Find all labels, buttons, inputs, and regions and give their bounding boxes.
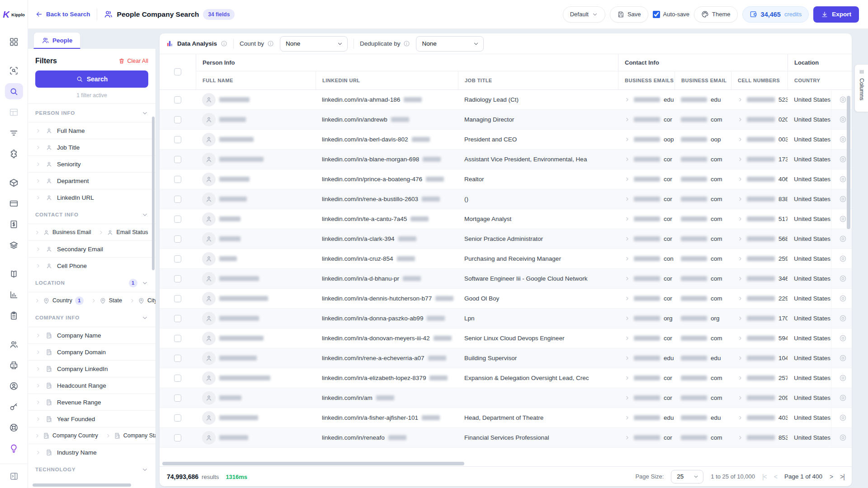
row-checkbox[interactable] [174, 335, 181, 342]
business-emails-cell[interactable]: oop [618, 130, 675, 149]
row-checkbox[interactable] [174, 235, 181, 243]
cell-numbers-cell[interactable]: 838 [731, 189, 788, 209]
cell-numbers-cell[interactable]: 020 [731, 110, 788, 129]
credit-card-icon[interactable] [5, 195, 23, 211]
last-page-button[interactable]: >| [840, 473, 844, 480]
linkedin-url-cell[interactable]: linkedin.com/in/a-elizabeth-lopez-8379 [316, 368, 458, 388]
filter-row-company-domain[interactable]: Company Domain [28, 343, 156, 360]
row-checkbox[interactable] [174, 315, 181, 322]
cell-numbers-cell[interactable]: 346 [731, 269, 788, 288]
business-emails-cell[interactable]: cor [618, 110, 675, 129]
linkedin-url-cell[interactable]: linkedin.com/in/a-fisher-ajfisher-101 [316, 408, 458, 427]
team-users-icon[interactable] [5, 336, 23, 352]
row-preview-button[interactable] [831, 348, 852, 368]
save-button[interactable]: Save [610, 6, 648, 23]
row-checkbox[interactable] [174, 176, 181, 183]
row-checkbox[interactable] [174, 156, 181, 163]
row-checkbox[interactable] [174, 394, 181, 402]
cell-numbers-cell[interactable]: 517 [731, 209, 788, 229]
linkedin-url-cell[interactable]: linkedin.com/in/a-berl-davis-802 [316, 130, 458, 149]
filter-section-header-company-info[interactable]: COMPANY INFO [28, 309, 156, 327]
business-emails-cell[interactable]: cor [618, 388, 675, 408]
api-key-icon[interactable] [5, 399, 23, 415]
business-emails-cell[interactable]: cor [618, 169, 675, 189]
row-checkbox[interactable] [174, 414, 181, 422]
cell-numbers-cell[interactable]: 853 [731, 428, 788, 447]
row-preview-button[interactable] [831, 269, 852, 288]
row-checkbox[interactable] [174, 375, 181, 382]
credits-pill[interactable]: 34,465 credits [742, 6, 809, 23]
filter-row-secondary-email[interactable]: Secondary Email [28, 240, 156, 257]
cell-numbers-cell[interactable]: 403 [731, 408, 788, 427]
cell-numbers-cell[interactable]: 170 [731, 309, 788, 328]
cell-numbers-cell[interactable]: 594 [731, 328, 788, 348]
linkedin-url-cell[interactable]: linkedin.com/in/a-clark-394 [316, 229, 458, 249]
linkedin-url-cell[interactable]: linkedin.com/in/a-donovan-meyers-iii-42 [316, 328, 458, 348]
row-checkbox[interactable] [174, 295, 181, 302]
layers-icon[interactable] [5, 237, 23, 253]
business-emails-cell[interactable]: edu [618, 408, 675, 427]
row-checkbox[interactable] [174, 355, 181, 362]
column-header-full-name[interactable]: FULL NAME [196, 71, 316, 89]
search-button[interactable]: Search [35, 70, 148, 88]
linkedin-url-cell[interactable]: linkedin.com/in/a-ahmad-186 [316, 90, 458, 109]
filter-chip-company-country[interactable]: Company Country [31, 432, 102, 439]
cell-numbers-cell[interactable]: 229 [731, 289, 788, 308]
filters-vertical-scrollbar[interactable] [152, 117, 155, 270]
linkedin-url-cell[interactable]: linkedin.com/in/a-blane-morgan-698 [316, 150, 458, 169]
row-preview-button[interactable] [831, 408, 852, 427]
package-icon[interactable] [5, 174, 23, 191]
cell-numbers-cell[interactable]: 173 [731, 150, 788, 169]
row-checkbox[interactable] [174, 216, 181, 223]
filter-section-header-location[interactable]: LOCATION1 [28, 274, 156, 292]
autosave-checkbox[interactable] [653, 11, 660, 18]
cell-numbers-cell[interactable]: 523 [731, 90, 788, 109]
filters-horizontal-scrollbar[interactable] [33, 483, 131, 487]
cell-numbers-cell[interactable]: 104 [731, 348, 788, 368]
business-emails-cell[interactable]: cor [618, 189, 675, 209]
data-analysis-button[interactable]: Data Analysis [166, 40, 227, 47]
view-selector-dropdown[interactable]: Default [563, 6, 605, 23]
filter-row-headcount-range[interactable]: Headcount Range [28, 377, 156, 394]
collapse-sidebar-icon[interactable] [0, 464, 28, 488]
column-header-job-title[interactable]: JOB TITLE [458, 71, 618, 89]
columns-panel-tab[interactable]: Columns [854, 64, 868, 112]
business-emails-cell[interactable]: cor [618, 368, 675, 388]
row-preview-button[interactable] [831, 388, 852, 408]
cell-numbers-cell[interactable]: 209 [731, 388, 788, 408]
next-page-button[interactable]: > [830, 473, 833, 480]
business-emails-cell[interactable]: cor [618, 229, 675, 249]
linkedin-url-cell[interactable]: linkedin.com/in/a-dennis-hutcherson-b77 [316, 289, 458, 308]
column-header-business-emails[interactable]: BUSINESS EMAILS [618, 71, 675, 89]
filter-row-revenue-range[interactable]: Revenue Range [28, 394, 156, 410]
table-view-icon[interactable] [5, 104, 23, 120]
business-emails-cell[interactable]: cor [618, 428, 675, 447]
account-user-icon[interactable] [5, 378, 23, 394]
docs-book-icon[interactable] [5, 266, 23, 282]
business-emails-cell[interactable]: edu [618, 90, 675, 109]
business-emails-cell[interactable]: cor [618, 328, 675, 348]
filter-row-cell-phone[interactable]: Cell Phone [28, 257, 156, 274]
filter-chip-state[interactable]: State [87, 297, 126, 304]
cell-numbers-cell[interactable]: 003 [731, 130, 788, 149]
cell-numbers-cell[interactable]: 568 [731, 229, 788, 249]
filter-row-seniority[interactable]: Seniority [28, 155, 156, 172]
count-by-select[interactable]: None [280, 36, 348, 52]
table-vertical-scrollbar[interactable] [847, 96, 850, 229]
autosave-toggle[interactable]: Auto-save [653, 11, 690, 18]
column-header-linkedin-url[interactable]: LINKEDIN URL [316, 71, 458, 89]
filter-row-company-linkedin[interactable]: Company LinkedIn [28, 360, 156, 377]
scan-search-icon[interactable] [5, 62, 23, 79]
row-checkbox[interactable] [174, 196, 181, 203]
row-checkbox[interactable] [174, 434, 181, 441]
row-checkbox[interactable] [174, 116, 181, 123]
business-emails-cell[interactable]: cor [618, 150, 675, 169]
tasks-clipboard-icon[interactable] [5, 307, 23, 324]
page-size-select[interactable]: 25 [671, 470, 703, 483]
row-preview-button[interactable] [831, 289, 852, 308]
row-preview-button[interactable] [831, 368, 852, 388]
filter-row-year-founded[interactable]: Year Founded [28, 410, 156, 427]
business-emails-cell[interactable]: con [618, 249, 675, 268]
tab-people[interactable]: People [33, 32, 80, 49]
table-horizontal-scrollbar[interactable] [162, 462, 464, 465]
